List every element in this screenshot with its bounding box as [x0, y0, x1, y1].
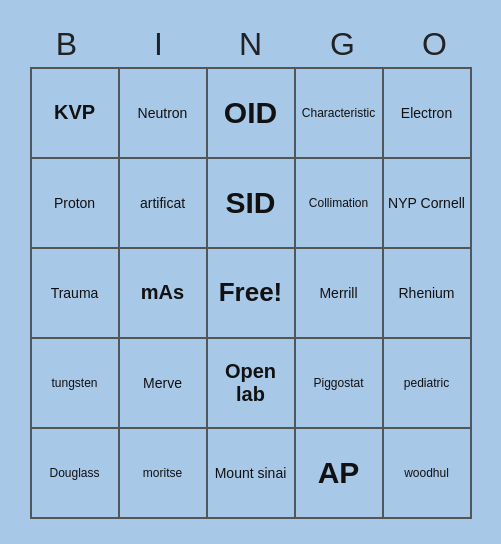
cell-2-2-free: Free! [208, 249, 296, 339]
cell-1-4: NYP Cornell [384, 159, 472, 249]
cell-0-4: Electron [384, 69, 472, 159]
cell-3-1: Merve [120, 339, 208, 429]
cell-3-0: tungsten [32, 339, 120, 429]
bingo-grid: KVP Neutron OID Characteristic Electron … [30, 67, 472, 519]
header-o: O [391, 26, 479, 63]
cell-1-0: Proton [32, 159, 120, 249]
cell-2-3: Merrill [296, 249, 384, 339]
cell-4-3: AP [296, 429, 384, 519]
cell-0-2: OID [208, 69, 296, 159]
cell-0-1: Neutron [120, 69, 208, 159]
cell-4-2: Mount sinai [208, 429, 296, 519]
cell-3-3: Piggostat [296, 339, 384, 429]
cell-2-4: Rhenium [384, 249, 472, 339]
header-n: N [207, 26, 295, 63]
cell-4-4: woodhul [384, 429, 472, 519]
cell-1-3: Collimation [296, 159, 384, 249]
cell-1-1: artificat [120, 159, 208, 249]
cell-0-3: Characteristic [296, 69, 384, 159]
header-g: G [299, 26, 387, 63]
bingo-header: B I N G O [21, 26, 481, 63]
cell-0-0: KVP [32, 69, 120, 159]
cell-1-2: SID [208, 159, 296, 249]
cell-4-1: moritse [120, 429, 208, 519]
cell-2-0: Trauma [32, 249, 120, 339]
cell-3-4: pediatric [384, 339, 472, 429]
bingo-container: B I N G O KVP Neutron OID Characteristic… [6, 16, 496, 529]
cell-4-0: Douglass [32, 429, 120, 519]
cell-3-2: Open lab [208, 339, 296, 429]
header-b: B [23, 26, 111, 63]
header-i: I [115, 26, 203, 63]
cell-2-1: mAs [120, 249, 208, 339]
